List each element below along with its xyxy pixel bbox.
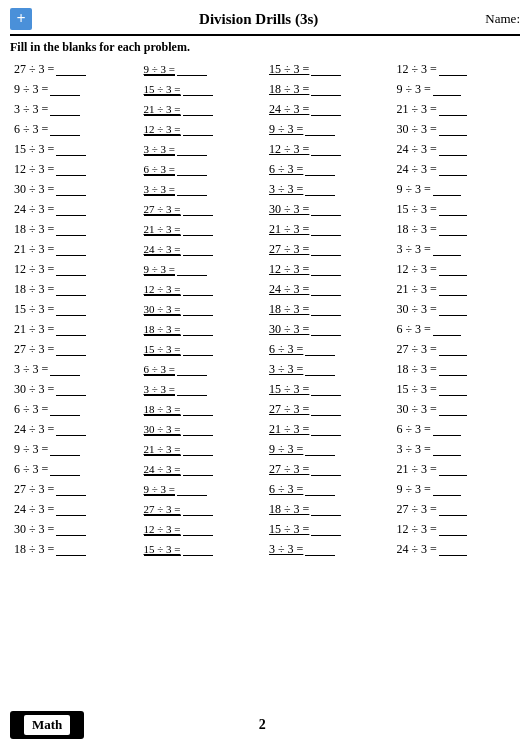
answer-blank[interactable] [439, 222, 467, 236]
answer-blank[interactable] [183, 402, 213, 416]
answer-blank[interactable] [56, 282, 86, 296]
answer-blank[interactable] [56, 482, 86, 496]
answer-blank[interactable] [56, 522, 86, 536]
answer-blank[interactable] [50, 402, 80, 416]
answer-blank[interactable] [183, 222, 213, 236]
answer-blank[interactable] [439, 162, 467, 176]
answer-blank[interactable] [50, 362, 80, 376]
answer-blank[interactable] [433, 482, 461, 496]
answer-blank[interactable] [439, 502, 467, 516]
answer-blank[interactable] [311, 462, 341, 476]
answer-blank[interactable] [183, 542, 213, 556]
answer-blank[interactable] [311, 382, 341, 396]
answer-blank[interactable] [311, 282, 341, 296]
answer-blank[interactable] [183, 442, 213, 456]
answer-blank[interactable] [433, 182, 461, 196]
answer-blank[interactable] [56, 542, 86, 556]
answer-blank[interactable] [439, 542, 467, 556]
answer-blank[interactable] [439, 282, 467, 296]
answer-blank[interactable] [433, 82, 461, 96]
answer-blank[interactable] [50, 122, 80, 136]
answer-blank[interactable] [56, 342, 86, 356]
answer-blank[interactable] [439, 382, 467, 396]
answer-blank[interactable] [305, 122, 335, 136]
answer-blank[interactable] [183, 322, 213, 336]
answer-blank[interactable] [433, 422, 461, 436]
answer-blank[interactable] [56, 422, 86, 436]
answer-blank[interactable] [56, 182, 86, 196]
answer-blank[interactable] [439, 122, 467, 136]
answer-blank[interactable] [56, 162, 86, 176]
answer-blank[interactable] [311, 202, 341, 216]
answer-blank[interactable] [305, 182, 335, 196]
answer-blank[interactable] [183, 302, 213, 316]
answer-blank[interactable] [183, 102, 213, 116]
answer-blank[interactable] [177, 162, 207, 176]
answer-blank[interactable] [56, 322, 86, 336]
answer-blank[interactable] [311, 402, 341, 416]
answer-blank[interactable] [311, 242, 341, 256]
answer-blank[interactable] [439, 342, 467, 356]
answer-blank[interactable] [439, 62, 467, 76]
answer-blank[interactable] [433, 242, 461, 256]
answer-blank[interactable] [177, 382, 207, 396]
answer-blank[interactable] [311, 502, 341, 516]
answer-blank[interactable] [311, 422, 341, 436]
answer-blank[interactable] [305, 482, 335, 496]
answer-blank[interactable] [439, 402, 467, 416]
answer-blank[interactable] [56, 62, 86, 76]
answer-blank[interactable] [183, 202, 213, 216]
answer-blank[interactable] [183, 462, 213, 476]
answer-blank[interactable] [305, 162, 335, 176]
answer-blank[interactable] [183, 122, 213, 136]
answer-blank[interactable] [177, 482, 207, 496]
answer-blank[interactable] [311, 82, 341, 96]
answer-blank[interactable] [183, 422, 213, 436]
answer-blank[interactable] [56, 262, 86, 276]
answer-blank[interactable] [311, 62, 341, 76]
answer-blank[interactable] [311, 522, 341, 536]
answer-blank[interactable] [439, 142, 467, 156]
answer-blank[interactable] [311, 302, 341, 316]
answer-blank[interactable] [56, 302, 86, 316]
answer-blank[interactable] [439, 102, 467, 116]
answer-blank[interactable] [305, 342, 335, 356]
answer-blank[interactable] [177, 62, 207, 76]
answer-blank[interactable] [439, 522, 467, 536]
answer-blank[interactable] [183, 82, 213, 96]
answer-blank[interactable] [177, 362, 207, 376]
answer-blank[interactable] [433, 442, 461, 456]
answer-blank[interactable] [183, 522, 213, 536]
answer-blank[interactable] [305, 442, 335, 456]
answer-blank[interactable] [177, 262, 207, 276]
answer-blank[interactable] [50, 102, 80, 116]
answer-blank[interactable] [433, 322, 461, 336]
answer-blank[interactable] [177, 182, 207, 196]
answer-blank[interactable] [311, 222, 341, 236]
answer-blank[interactable] [50, 462, 80, 476]
answer-blank[interactable] [177, 142, 207, 156]
answer-blank[interactable] [50, 82, 80, 96]
answer-blank[interactable] [311, 322, 341, 336]
answer-blank[interactable] [311, 142, 341, 156]
answer-blank[interactable] [183, 282, 213, 296]
answer-blank[interactable] [439, 302, 467, 316]
answer-blank[interactable] [311, 262, 341, 276]
answer-blank[interactable] [183, 502, 213, 516]
answer-blank[interactable] [183, 242, 213, 256]
answer-blank[interactable] [439, 362, 467, 376]
answer-blank[interactable] [56, 222, 86, 236]
answer-blank[interactable] [50, 442, 80, 456]
answer-blank[interactable] [439, 462, 467, 476]
answer-blank[interactable] [56, 142, 86, 156]
answer-blank[interactable] [305, 362, 335, 376]
answer-blank[interactable] [439, 202, 467, 216]
answer-blank[interactable] [56, 502, 86, 516]
answer-blank[interactable] [305, 542, 335, 556]
answer-blank[interactable] [183, 342, 213, 356]
answer-blank[interactable] [439, 262, 467, 276]
answer-blank[interactable] [56, 242, 86, 256]
answer-blank[interactable] [56, 382, 86, 396]
answer-blank[interactable] [56, 202, 86, 216]
answer-blank[interactable] [311, 102, 341, 116]
